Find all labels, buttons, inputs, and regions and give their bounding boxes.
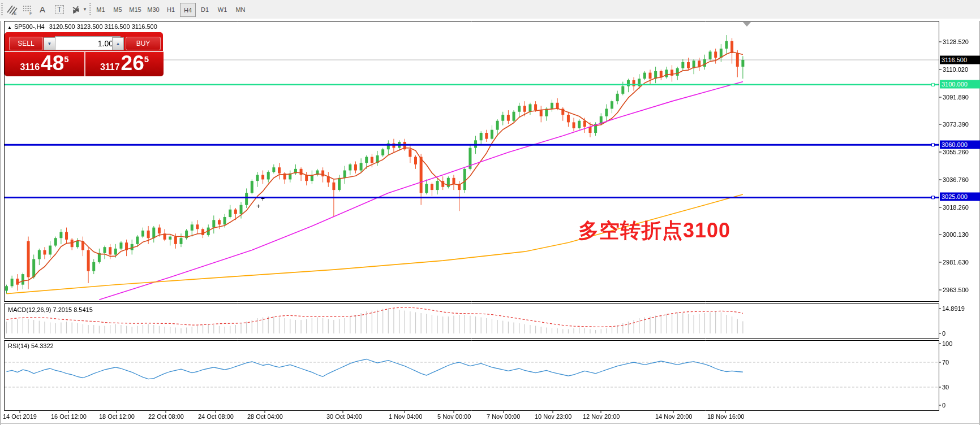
bid-price-pip: 5 <box>64 54 68 64</box>
macd-scale-label: 0 <box>942 330 945 337</box>
time-axis-label: 1 Nov 04:00 <box>389 413 422 420</box>
chart-canvas[interactable] <box>0 19 980 425</box>
rsi-scale-label: 70 <box>942 359 949 366</box>
chart-window <box>0 19 980 425</box>
timeframe-button-h1[interactable]: H1 <box>164 3 178 16</box>
fibonacci-retracement-icon[interactable]: F <box>20 2 35 16</box>
ohlc-quotes: 3120.500 3123.500 3116.500 3116.500 <box>49 23 157 30</box>
macd-label: MACD(12,26,9) 7.2015 8.5415 <box>8 306 93 313</box>
time-axis-label: 14 Oct 2019 <box>3 413 37 420</box>
time-axis-label: 22 Oct 08:00 <box>148 413 184 420</box>
price-axis-tick: 3073.390 <box>943 121 969 128</box>
price-axis-tick: 3128.520 <box>943 38 969 45</box>
arrows-icon[interactable] <box>69 2 84 16</box>
toolbar: E F A T ▼ M1M5M15M30H1H4D1W1MN <box>0 0 980 19</box>
time-axis-label: 14 Nov 20:00 <box>655 413 692 420</box>
volume-decrease-button[interactable]: ▼ <box>44 37 55 50</box>
timeframe-button-m1[interactable]: M1 <box>93 3 108 16</box>
time-axis-label: 10 Nov 23:00 <box>535 413 571 420</box>
rsi-label: RSI(14) 54.3322 <box>8 342 54 349</box>
price-axis-tick: 3000.130 <box>943 231 969 238</box>
arrows-dropdown-caret[interactable]: ▼ <box>83 7 87 12</box>
price-axis-tick: 3018.260 <box>943 204 969 211</box>
ask-price-pip: 5 <box>144 54 149 64</box>
timeframe-button-m5[interactable]: M5 <box>110 3 125 16</box>
letter-a-glyph: A <box>40 5 45 14</box>
price-axis-tick: 3055.260 <box>943 149 969 155</box>
rsi-scale-label: 100 <box>942 340 952 347</box>
volume-input[interactable] <box>55 36 121 50</box>
timeframe-button-w1[interactable]: W1 <box>215 3 230 16</box>
price-axis-tick: 2981.630 <box>943 259 969 266</box>
timeframe-button-m30[interactable]: M30 <box>145 3 162 16</box>
text-label-icon[interactable]: T <box>52 2 67 16</box>
equidistant-channel-icon[interactable]: E <box>5 2 19 16</box>
buy-button[interactable]: BUY <box>126 37 161 50</box>
sell-button[interactable]: SELL <box>9 37 43 50</box>
volume-increase-button[interactable]: ▲ <box>112 37 124 50</box>
rsi-scale-label: 30 <box>942 384 949 391</box>
price-axis-tick: 3091.890 <box>943 94 969 101</box>
price-axis-tick: 3110.020 <box>943 66 968 73</box>
chart-header: ▲SP500-,H43120.500 3123.500 3116.500 311… <box>7 23 157 30</box>
svg-text:F: F <box>29 11 32 15</box>
bid-price-box[interactable]: 3116 48 5 <box>5 51 85 76</box>
bid-price-prefix: 3116 <box>20 62 40 72</box>
price-axis-marker: 3060.000 <box>940 141 980 149</box>
time-axis-label: 30 Oct 04:00 <box>326 413 362 420</box>
time-axis-label: 18 Nov 16:00 <box>707 413 744 420</box>
toolbar-drag-handle[interactable] <box>1 3 3 15</box>
rsi-scale-label: 0 <box>942 402 945 409</box>
bid-price-main: 48 <box>41 52 64 75</box>
collapse-arrow-icon[interactable]: ▲ <box>7 25 12 30</box>
timeframe-button-m15[interactable]: M15 <box>127 3 144 16</box>
price-axis-tick: 2963.500 <box>943 287 969 293</box>
price-axis-tick: 3036.760 <box>943 176 969 183</box>
price-axis-marker: 3025.000 <box>940 193 980 201</box>
time-axis-label: 12 Nov 20:00 <box>583 413 620 420</box>
timeframe-button-mn[interactable]: MN <box>233 3 248 16</box>
macd-scale-label: 14.8919 <box>942 305 965 312</box>
time-axis-label: 7 Nov 00:00 <box>487 413 520 420</box>
boxed-t-glyph: T <box>55 5 63 14</box>
ask-price-box[interactable]: 3117 26 5 <box>85 51 164 76</box>
time-axis-label: 16 Oct 12:00 <box>51 413 87 420</box>
chart-annotation-text: 多空转折点3100 <box>578 217 730 245</box>
terminal-window: E F A T ▼ M1M5M15M30H1H4D1W1MN ▲SP500-,H… <box>0 0 980 425</box>
timeframe-button-h4[interactable]: H4 <box>180 3 196 17</box>
ask-price-prefix: 3117 <box>100 62 120 72</box>
symbol-title: SP500-,H4 <box>14 23 45 30</box>
time-axis-label: 18 Oct 12:00 <box>99 413 135 420</box>
spin-up-icon: ▲ <box>116 41 121 46</box>
timeframe-button-d1[interactable]: D1 <box>197 3 212 16</box>
one-click-trading-panel: SELL ▼ ▲ BUY 3116 48 5 3117 26 5 <box>5 32 163 75</box>
time-axis-label: 5 Nov 00:00 <box>437 413 471 420</box>
price-axis-marker: 3100.000 <box>940 80 980 89</box>
time-axis-label: 28 Oct 04:00 <box>247 413 283 420</box>
timeframe-toolbar-handle[interactable] <box>89 3 91 15</box>
text-icon[interactable]: A <box>35 2 50 16</box>
price-axis-marker: 3116.500 <box>940 56 980 64</box>
time-axis-label: 24 Oct 08:00 <box>198 413 234 420</box>
icon-sub-e: E <box>14 11 16 15</box>
ask-price-main: 26 <box>121 52 144 75</box>
spin-down-icon: ▼ <box>48 41 52 46</box>
